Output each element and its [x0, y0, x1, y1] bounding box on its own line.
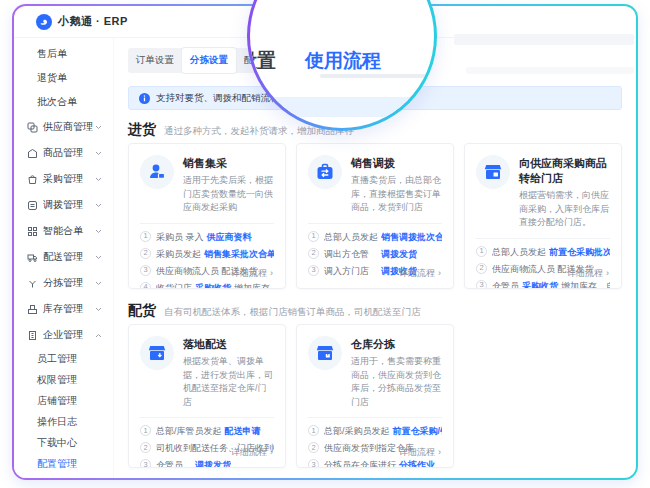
- chevron-right-icon: ›: [270, 268, 273, 278]
- magnified-usage-flow-text: 使用流程: [305, 48, 381, 74]
- chevron-down-icon: [95, 125, 102, 130]
- step-row: 1采购员 录入供应商资料: [140, 231, 274, 243]
- sidebar-item-store-mgmt[interactable]: 店铺管理: [14, 390, 113, 411]
- step-link[interactable]: 采购收货: [522, 281, 558, 290]
- step-link[interactable]: 前置仓采购/销售调拨批次合单: [393, 426, 442, 436]
- storefront-icon: [483, 162, 503, 182]
- chevron-down-icon: [95, 307, 102, 312]
- step-link[interactable]: 采购收货: [195, 283, 231, 290]
- sidebar-item-smart-merge[interactable]: 智能合单: [14, 218, 113, 244]
- step-row: 2采购员发起销售集采批次合单: [140, 248, 274, 260]
- sidebar-item-batch-merge[interactable]: 批次合单: [14, 90, 113, 114]
- detail-flow-link[interactable]: 详细流程›: [231, 446, 273, 459]
- sidebar-item-returns[interactable]: 退货单: [14, 66, 113, 90]
- smart-merge-icon: [27, 226, 38, 237]
- step-link[interactable]: 调拨发货: [195, 460, 231, 468]
- chevron-down-icon: [95, 177, 102, 182]
- chevron-up-icon: [95, 333, 102, 338]
- sorting-icon: [27, 278, 38, 289]
- step-row: 3仓管员调拨发货: [140, 459, 274, 468]
- truck-icon: [27, 252, 38, 263]
- divider: [308, 417, 442, 418]
- tab-sorting-settings[interactable]: 分拣设置: [182, 48, 236, 73]
- briefcase-transfer-icon: [315, 162, 335, 182]
- tab-order-settings[interactable]: 订单设置: [128, 48, 182, 73]
- sidebar-item-inventory-mgmt[interactable]: 库存管理: [14, 296, 113, 322]
- step-row: 1总部人员发起前置仓采购批次合单: [476, 246, 610, 258]
- goods-icon: [27, 148, 38, 159]
- placeholder-bar: [454, 34, 634, 45]
- step-link[interactable]: 前置仓采购批次合单: [549, 247, 610, 257]
- sidebar-item-enterprise-mgmt[interactable]: 企业管理: [14, 322, 113, 348]
- step-row: 3仓管员采购收货增加库存，自动分货: [476, 280, 610, 290]
- card-icon-circle: [140, 336, 174, 370]
- detail-flow-link[interactable]: 详细流程›: [399, 267, 441, 280]
- info-icon: [139, 93, 150, 104]
- purchase-icon: [27, 174, 38, 185]
- sidebar-item-download-center[interactable]: 下载中心: [14, 432, 113, 453]
- chevron-down-icon: [95, 255, 102, 260]
- detail-flow-link[interactable]: 详细流程›: [567, 267, 609, 280]
- card-icon-circle: [308, 155, 342, 189]
- chevron-right-icon: ›: [270, 447, 273, 457]
- inventory-icon: [27, 304, 38, 315]
- sidebar-item-sorting-mgmt[interactable]: 分拣管理: [14, 270, 113, 296]
- card-local-delivery: 落地配送 根据发货单、调拨单据，进行发货出库，司机配送至指定仓库/门店 1总部/…: [128, 324, 286, 468]
- chevron-down-icon: [95, 229, 102, 234]
- chevron-right-icon: ›: [438, 447, 441, 457]
- step-link[interactable]: 供应商资料: [207, 232, 252, 242]
- magnified-tab-text: 设置: [250, 48, 276, 74]
- divider: [140, 223, 274, 224]
- card-desc: 根据发货单、调拨单据，进行发货出库，司机配送至指定仓库/门店: [183, 355, 274, 409]
- step-row: 4收货门店采购收货增加库存: [140, 282, 274, 290]
- card-sales-transfer: 销售调拨 直播卖货后，由总部仓库，直接根据售卖订单商品，发货到门店 1总部人员发…: [296, 143, 454, 289]
- card-icon-circle: [476, 155, 510, 189]
- chevron-right-icon: ›: [606, 268, 609, 278]
- sidebar-item-operation-log[interactable]: 操作日志: [14, 411, 113, 432]
- step-link[interactable]: 销售调拨批次合单: [381, 232, 442, 242]
- section-title: 配货: [128, 302, 156, 320]
- sidebar-item-staff-mgmt[interactable]: 员工管理: [14, 348, 113, 369]
- detail-flow-link[interactable]: 详细流程›: [399, 446, 441, 459]
- step-link[interactable]: 调拨发货: [381, 249, 417, 259]
- empty-grid-cell: [464, 324, 622, 468]
- step-link[interactable]: 分拣作业: [399, 460, 435, 468]
- sidebar: 售后单 退货单 批次合单 供应商管理 商品管理 采购管理 调拨管理: [14, 38, 114, 478]
- sidebar-item-supplier-mgmt[interactable]: 供应商管理: [14, 114, 113, 140]
- sidebar-item-purchase-mgmt[interactable]: 采购管理: [14, 166, 113, 192]
- step-row: 3分拣员在仓库进行分拣作业: [308, 459, 442, 468]
- detail-flow-link[interactable]: 详细流程›: [231, 267, 273, 280]
- card-desc: 适用于，售卖需要称重商品，供应商发货到仓库后，分拣商品发货至门店: [351, 355, 442, 409]
- transfer-icon: [27, 200, 38, 211]
- step-row: 1总部/库管员发起配送申请: [140, 425, 274, 437]
- sidebar-item-transfer-mgmt[interactable]: 调拨管理: [14, 192, 113, 218]
- chevron-down-icon: [95, 281, 102, 286]
- sidebar-item-delivery-mgmt[interactable]: 配送管理: [14, 244, 113, 270]
- divider: [140, 417, 274, 418]
- supplier-icon: [27, 122, 38, 133]
- section-desc: 自有司机配送体系，根据门店销售订单商品，司机配送至门店: [164, 306, 421, 319]
- sidebar-item-config-mgmt[interactable]: 配置管理: [14, 453, 113, 474]
- card-icon-circle: [140, 155, 174, 189]
- chevron-right-icon: ›: [438, 268, 441, 278]
- step-row: 1总部人员发起销售调拨批次合单: [308, 231, 442, 243]
- card-sales-group-purchase: 销售集采 适用于先卖后采，根据门店卖货数量统一向供应商发起采购 1采购员 录入供…: [128, 143, 286, 289]
- card-desc: 适用于先卖后采，根据门店卖货数量统一向供应商发起采购: [183, 174, 274, 215]
- sidebar-item-after-sale[interactable]: 售后单: [14, 42, 113, 66]
- person-icon: [147, 162, 167, 182]
- purchase-card-grid: 销售集采 适用于先卖后采，根据门店卖货数量统一向供应商发起采购 1采购员 录入供…: [128, 143, 622, 289]
- brand-logo-icon: [36, 14, 52, 30]
- step-row: 1总部/采购员发起前置仓采购/销售调拨批次合单: [308, 425, 442, 437]
- sidebar-item-permission-mgmt[interactable]: 权限管理: [14, 369, 113, 390]
- card-title: 向供应商采购商品转给门店: [519, 155, 610, 186]
- card-title: 销售集采: [183, 155, 274, 171]
- card-desc: 根据营销需求，向供应商采购，入库到仓库后直接分配给门店。: [519, 189, 610, 230]
- magnified-underline: [320, 74, 434, 78]
- step-link[interactable]: 销售集采批次合单: [204, 249, 274, 259]
- step-row: 2调出方仓管调拨发货: [308, 248, 442, 260]
- step-link[interactable]: 配送申请: [225, 426, 261, 436]
- store-delivery-icon: [147, 343, 167, 363]
- store-sorting-icon: [315, 343, 335, 363]
- card-title: 仓库分拣: [351, 336, 442, 352]
- sidebar-item-goods-mgmt[interactable]: 商品管理: [14, 140, 113, 166]
